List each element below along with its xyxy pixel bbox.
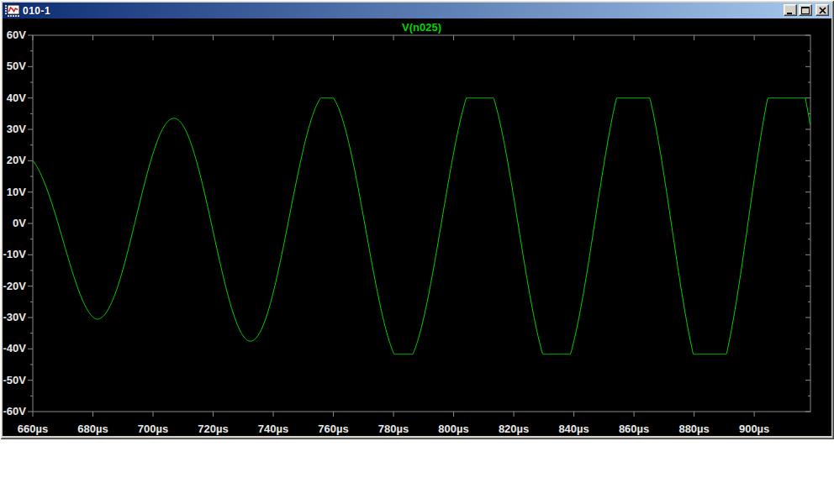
x-axis-label: 860µs — [619, 423, 649, 435]
y-axis-label: -30V — [3, 311, 27, 323]
y-axis-label: 20V — [7, 154, 26, 166]
plot-border — [33, 35, 810, 412]
x-axis-label: 900µs — [739, 423, 769, 435]
x-axis-label: 680µs — [77, 423, 108, 435]
x-axis-label: 720µs — [198, 423, 228, 435]
y-axis-label: -10V — [3, 248, 27, 260]
waveform-viewer-window: 010-1 — [0, 0, 834, 439]
x-axis-label: 700µs — [138, 423, 168, 435]
y-axis-label: 40V — [7, 92, 26, 104]
x-axis-label: 780µs — [378, 423, 409, 435]
x-axis-label: 660µs — [18, 423, 48, 435]
y-axis-label: -40V — [3, 342, 27, 354]
y-axis-label: 30V — [7, 123, 26, 135]
y-axis-label: 60V — [7, 29, 26, 41]
waveform-trace[interactable] — [33, 98, 810, 354]
y-axis-label: 50V — [7, 60, 26, 72]
y-axis-label: -20V — [3, 280, 27, 292]
x-axis-label: 800µs — [438, 423, 468, 435]
y-axis-label: 10V — [7, 186, 26, 198]
y-axis-label: 0V — [13, 217, 26, 229]
plot-area[interactable]: 60V50V40V30V20V10V0V-10V-20V-30V-40V-50V… — [0, 0, 834, 439]
desktop: 010-1 — [0, 0, 834, 504]
x-axis-label: 760µs — [318, 423, 348, 435]
y-axis-label: -50V — [3, 374, 27, 386]
x-axis-label: 820µs — [499, 423, 529, 435]
x-axis-label: 840µs — [558, 423, 589, 435]
x-axis-label: 880µs — [678, 423, 709, 435]
y-axis-label: -60V — [3, 405, 27, 417]
x-axis-label: 740µs — [258, 423, 288, 435]
